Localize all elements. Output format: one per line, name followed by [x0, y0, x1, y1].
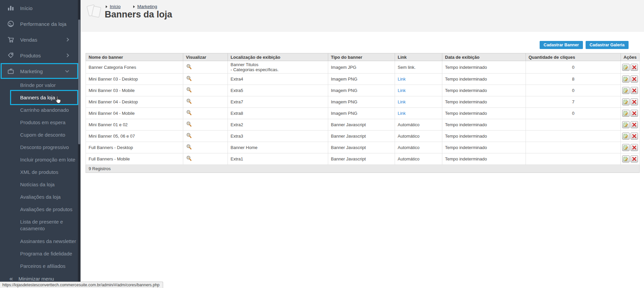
- col-header-data: Data de exibição: [442, 53, 526, 61]
- submenu-label: Carrinho abandonado: [20, 107, 69, 113]
- location-cell: Extra7: [228, 96, 328, 108]
- sidebar-item-performance[interactable]: Performance da loja: [0, 16, 81, 32]
- sidebar-item-assinantes-da-newsletter[interactable]: Assinantes da newsletter: [0, 235, 81, 247]
- banner-link[interactable]: Link: [398, 88, 406, 93]
- gauge-icon: [7, 20, 14, 28]
- banner-name-cell: Banner Categoria Fones: [86, 61, 183, 74]
- edit-icon[interactable]: [622, 110, 630, 117]
- register-gallery-button[interactable]: Cadastrar Galeria: [586, 41, 629, 49]
- edit-icon[interactable]: [622, 144, 630, 151]
- sidebar-item-marketing[interactable]: Marketing: [0, 63, 81, 79]
- delete-icon[interactable]: [631, 155, 638, 162]
- magnifier-icon[interactable]: [186, 76, 192, 83]
- sidebar-item-avaliacoes-da-loja[interactable]: Avaliações da loja: [0, 191, 81, 203]
- breadcrumb-arrow-icon: [106, 5, 107, 8]
- sidebar-item-programa-de-fidelidade[interactable]: Programa de fidelidade: [0, 247, 81, 260]
- banner-name-cell: Mini Banner 04 - Desktop: [86, 96, 183, 108]
- link-cell: Automático: [395, 119, 442, 131]
- edit-icon[interactable]: [622, 155, 630, 162]
- delete-icon[interactable]: [631, 64, 638, 71]
- sidebar-item-label: Produtos: [20, 52, 41, 58]
- sidebar-item-produtos[interactable]: Produtos: [0, 47, 81, 63]
- table-row: Mini Banner 03 - Mobile Extra5 Imagem PN…: [86, 85, 640, 96]
- register-banner-button[interactable]: Cadastrar Banner: [540, 41, 583, 49]
- location-cell: Extra4: [228, 74, 328, 85]
- breadcrumb-link-marketing[interactable]: Marketing: [137, 4, 157, 9]
- table-row: Mini Banner 04 - Desktop Extra7 Imagem P…: [86, 96, 640, 108]
- tag-icon: [7, 52, 14, 59]
- tv-icon: [7, 67, 14, 75]
- sidebar-item-banners-da-loja[interactable]: Banners da loja: [0, 91, 81, 104]
- magnifier-icon[interactable]: [186, 87, 192, 94]
- sidebar-item-carrinho-abandonado[interactable]: Carrinho abandonado: [0, 104, 81, 116]
- type-cell: Banner Javascript: [328, 131, 395, 142]
- type-cell: Imagem PNG: [328, 74, 395, 85]
- magnifier-icon[interactable]: [186, 155, 192, 162]
- banner-link[interactable]: Link: [398, 99, 406, 104]
- type-cell: Imagem JPG: [328, 61, 395, 74]
- submenu-label: Produtos em espera: [20, 119, 65, 126]
- sidebar-item-desconto-progressivo[interactable]: Desconto progressivo: [0, 141, 81, 153]
- magnifier-icon[interactable]: [186, 133, 192, 140]
- sidebar-item-label: Performance da loja: [20, 21, 66, 27]
- type-cell: Imagem PNG: [328, 96, 395, 108]
- sidebar-scrollbar-thumb[interactable]: [78, 19, 80, 144]
- edit-icon[interactable]: [622, 87, 630, 94]
- chevron-right-icon: [65, 53, 69, 57]
- sidebar-item-brinde-por-valor[interactable]: Brinde por valor: [0, 79, 81, 91]
- table-row: Mini Banner 03 - Desktop Extra4 Imagem P…: [86, 74, 640, 85]
- magnifier-icon[interactable]: [186, 98, 192, 105]
- breadcrumb-link-inicio[interactable]: Início: [110, 4, 120, 9]
- magnifier-icon[interactable]: [186, 110, 192, 117]
- sidebar-item-produtos-em-espera[interactable]: Produtos em espera: [0, 116, 81, 129]
- sidebar-item-vendas[interactable]: Vendas: [0, 32, 81, 47]
- date-cell: Tempo indeterminado: [442, 85, 526, 96]
- chevron-down-icon: [65, 68, 69, 72]
- edit-icon[interactable]: [622, 133, 630, 140]
- delete-icon[interactable]: [631, 144, 638, 151]
- delete-icon[interactable]: [631, 76, 638, 83]
- magnifier-icon[interactable]: [186, 144, 192, 151]
- table-row: Mini Banner 04 - Mobile Extra8 Imagem PN…: [86, 108, 640, 119]
- table-footer-row: 9 Registros: [86, 165, 640, 173]
- delete-icon[interactable]: [631, 133, 638, 140]
- edit-icon[interactable]: [622, 121, 630, 128]
- magnifier-icon[interactable]: [186, 121, 192, 128]
- delete-icon[interactable]: [631, 121, 638, 128]
- col-header-link: Link: [395, 53, 442, 61]
- banner-name-cell: Mini Banner 03 - Mobile: [86, 85, 183, 96]
- clicks-cell: 0: [526, 108, 621, 119]
- sidebar-item-parceiros-e-afiliados[interactable]: Parceiros e afiliados: [0, 260, 81, 272]
- sidebar-item-inicio[interactable]: Início: [0, 0, 81, 16]
- bar-chart-icon: [7, 4, 14, 12]
- status-bar: https://lojasdetestesconverttech.commerc…: [0, 282, 163, 288]
- edit-icon[interactable]: [622, 64, 630, 71]
- delete-icon[interactable]: [631, 98, 638, 105]
- location-cell: Extra2: [228, 119, 328, 131]
- submenu-label: Parceiros e afiliados: [20, 263, 65, 270]
- link-cell: Link: [395, 108, 442, 119]
- table-row: Full Banners - Mobile Extra1 Banner Java…: [86, 153, 640, 165]
- edit-icon[interactable]: [622, 98, 630, 105]
- delete-icon[interactable]: [631, 87, 638, 94]
- col-header-visualizar: Visualizar: [183, 53, 228, 61]
- page-header: Início Marketing Banners da loja: [81, 0, 644, 32]
- sidebar-item-avaliacoes-de-produtos[interactable]: Avaliações de produtos: [0, 203, 81, 215]
- delete-icon[interactable]: [631, 110, 638, 117]
- records-count: 9 Registros: [86, 165, 640, 173]
- banner-name-cell: Mini Banner 04 - Mobile: [86, 108, 183, 119]
- clicks-cell: [526, 153, 621, 165]
- col-header-tipo: Tipo do banner: [328, 53, 395, 61]
- magnifier-icon[interactable]: [186, 64, 192, 71]
- sidebar-item-noticias-da-loja[interactable]: Notícias da loja: [0, 178, 81, 191]
- location-cell: Extra1: [228, 153, 328, 165]
- sidebar-item-incluir-promocao-em-lote[interactable]: Incluir promoção em lote: [0, 153, 81, 166]
- sidebar-item-lista-de-presente[interactable]: Lista de presente e casamento: [0, 215, 81, 235]
- banner-link[interactable]: Link: [398, 77, 406, 82]
- breadcrumb: Início Marketing: [106, 4, 168, 9]
- edit-icon[interactable]: [622, 76, 630, 83]
- sidebar-item-cupom-de-desconto[interactable]: Cupom de desconto: [0, 129, 81, 141]
- banner-link[interactable]: Link: [398, 111, 406, 116]
- sidebar-item-xml-de-produtos[interactable]: XML de produtos: [0, 166, 81, 178]
- collapse-icon: «: [9, 275, 13, 282]
